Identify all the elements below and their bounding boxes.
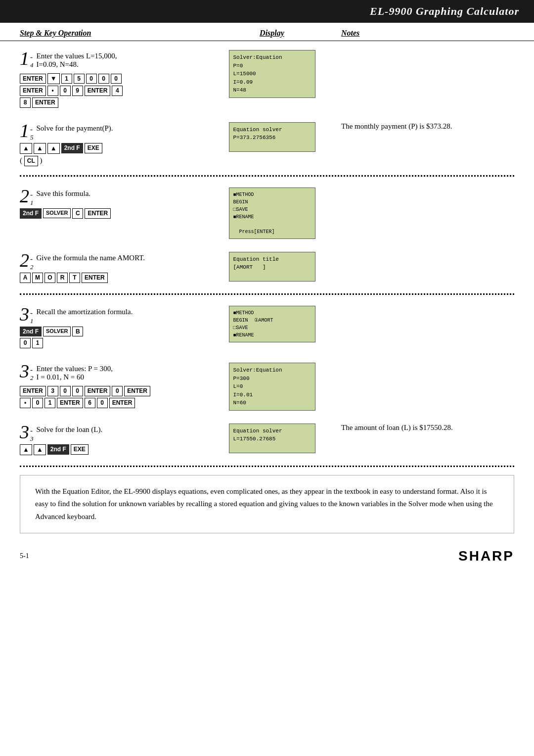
- step-1-4-display: Solver:EquationP=0L=15000I=0.09N=48: [203, 49, 341, 98]
- step-num-2-2: 2: [20, 251, 29, 270]
- step-num-1-4: 1: [20, 49, 29, 68]
- key-enter11[interactable]: ENTER: [109, 398, 135, 408]
- key-r[interactable]: R: [57, 273, 68, 283]
- step-3-2: 3 - 2 Enter the values: P = 300,I = 0.01…: [20, 354, 514, 415]
- key-m[interactable]: M: [32, 273, 43, 283]
- key-dot2[interactable]: •: [20, 398, 31, 408]
- key-t[interactable]: T: [69, 273, 80, 283]
- key-solver-1[interactable]: SOLVER: [43, 208, 71, 218]
- page-footer: 5-1 SHARP: [0, 543, 534, 569]
- key-0h[interactable]: 0: [112, 386, 123, 396]
- key-up2[interactable]: ▲: [34, 143, 46, 154]
- key-o[interactable]: O: [44, 273, 55, 283]
- separator-3: [20, 466, 514, 467]
- key-0g[interactable]: 0: [72, 386, 83, 396]
- key-enter7[interactable]: ENTER: [20, 386, 46, 396]
- key-enter6[interactable]: ENTER: [82, 273, 108, 283]
- step-3-2-keys-row2: • 0 1 ENTER 6 0 ENTER: [20, 398, 203, 408]
- lcd-3-2: Solver:EquationP=300L=0I=0.01N=60: [229, 363, 315, 411]
- step-3-1: 3 - 1 Recall the amortization formula. 2…: [20, 297, 514, 354]
- step-num-3-2: 3: [20, 362, 29, 380]
- key-enter3[interactable]: ENTER: [85, 86, 111, 96]
- step-3-2-left: 3 - 2 Enter the values: P = 300,I = 0.01…: [20, 362, 203, 410]
- step-3-1-keys-row2: 0 1: [20, 338, 203, 348]
- lcd-3-1: ■METHODBEGIN ①AMORT□SAVE■RENAME: [229, 306, 315, 342]
- key-6[interactable]: 6: [85, 398, 95, 408]
- key-b[interactable]: B: [72, 327, 83, 337]
- step-1-5-notes: The monthly payment (P) is $373.28.: [341, 121, 514, 131]
- key-exe-2[interactable]: EXE: [71, 444, 89, 455]
- key-solver-2[interactable]: SOLVER: [43, 327, 71, 336]
- col-step-header: Step & Key Operation: [20, 29, 203, 38]
- key-enter[interactable]: ENTER: [20, 74, 46, 84]
- key-a[interactable]: A: [20, 273, 31, 283]
- key-0b[interactable]: 0: [98, 74, 109, 84]
- key-2ndf-1[interactable]: 2nd F: [61, 143, 83, 153]
- key-0j[interactable]: 0: [97, 398, 108, 408]
- key-0f[interactable]: 0: [60, 386, 71, 396]
- key-8[interactable]: 8: [20, 97, 31, 108]
- key-2ndf-4[interactable]: 2nd F: [47, 444, 69, 455]
- key-9[interactable]: 9: [72, 86, 83, 96]
- step-1-4-keys-row1: ENTER ▼ 1 5 0 0 0: [20, 73, 203, 84]
- separator-2: [20, 293, 514, 295]
- key-dot[interactable]: •: [47, 86, 58, 96]
- key-down[interactable]: ▼: [47, 73, 60, 84]
- step-1-4: 1 - 4 Enter the values L=15,000,I=0.09, …: [20, 41, 514, 113]
- step-1-4-keys-row3: 8 ENTER: [20, 97, 203, 108]
- step-3-1-left: 3 - 1 Recall the amortization formula. 2…: [20, 305, 203, 350]
- key-0a[interactable]: 0: [86, 74, 97, 84]
- key-enter10[interactable]: ENTER: [57, 398, 83, 408]
- step-1-5-left: 1 - 5 Solve for the payment(P). ▲ ▲ ▲ 2n…: [20, 121, 203, 166]
- key-up4[interactable]: ▲: [20, 444, 32, 455]
- key-enter2[interactable]: ENTER: [20, 86, 46, 96]
- key-up3[interactable]: ▲: [47, 143, 60, 154]
- step-3-2-display: Solver:EquationP=300L=0I=0.01N=60: [203, 362, 341, 411]
- step-2-1-notes: [341, 187, 514, 188]
- key-2ndf-2[interactable]: 2nd F: [20, 208, 42, 219]
- key-5[interactable]: 5: [74, 74, 85, 84]
- step-3-3: 3 - 3 Solve for the loan (L). ▲ ▲ 2nd F …: [20, 415, 514, 461]
- step-3-2-keys-row1: ENTER 3 0 0 ENTER 0 ENTER: [20, 386, 203, 396]
- step-1-5: 1 - 5 Solve for the payment(P). ▲ ▲ ▲ 2n…: [20, 113, 514, 170]
- step-2-2-keys: A M O R T ENTER: [20, 273, 203, 283]
- sharp-logo: SHARP: [458, 548, 514, 564]
- step-1-4-left: 1 - 4 Enter the values L=15,000,I=0.09, …: [20, 49, 203, 109]
- key-enter5[interactable]: ENTER: [85, 208, 111, 219]
- step-2-2-notes: [341, 251, 514, 252]
- key-c[interactable]: C: [72, 208, 83, 219]
- key-up5[interactable]: ▲: [34, 444, 46, 455]
- main-content: 1 - 4 Enter the values L=15,000,I=0.09, …: [0, 41, 534, 467]
- key-cl[interactable]: CL: [24, 156, 38, 166]
- step-3-2-notes: [341, 362, 514, 363]
- key-up1[interactable]: ▲: [20, 143, 32, 154]
- key-1c[interactable]: 1: [44, 398, 55, 408]
- key-1b[interactable]: 1: [32, 338, 43, 348]
- key-0i[interactable]: 0: [32, 398, 43, 408]
- step-2-1: 2 - 1 Save this formula. 2nd F SOLVER C …: [20, 179, 514, 243]
- key-0c[interactable]: 0: [111, 74, 122, 84]
- step-3-1-keys-row1: 2nd F SOLVER B: [20, 327, 203, 337]
- key-4[interactable]: 4: [112, 86, 123, 96]
- separator-1: [20, 175, 514, 177]
- page-number: 5-1: [20, 552, 29, 560]
- key-0e[interactable]: 0: [20, 338, 31, 348]
- step-1-4-keys-row2: ENTER • 0 9 ENTER 4: [20, 86, 203, 96]
- key-enter9[interactable]: ENTER: [124, 386, 150, 396]
- key-2ndf-3[interactable]: 2nd F: [20, 327, 42, 337]
- step-3-1-text: Recall the amortization formula.: [37, 308, 133, 316]
- step-num-2-1: 2: [20, 187, 29, 205]
- lcd-3-3: Equation solverL=17550.27685: [229, 424, 315, 453]
- key-enter4[interactable]: ENTER: [32, 97, 58, 108]
- col-notes-header: Notes: [341, 29, 514, 38]
- key-exe-1[interactable]: EXE: [85, 143, 102, 153]
- step-3-3-left: 3 - 3 Solve for the loan (L). ▲ ▲ 2nd F …: [20, 423, 203, 457]
- step-3-3-display: Equation solverL=17550.27685: [203, 423, 341, 453]
- lcd-2-2: Equation title[AMORT ]: [229, 252, 315, 282]
- key-1[interactable]: 1: [61, 74, 72, 84]
- key-3[interactable]: 3: [47, 386, 58, 396]
- key-0d[interactable]: 0: [60, 86, 71, 96]
- key-enter8[interactable]: ENTER: [85, 386, 111, 396]
- step-num-3-3: 3: [20, 423, 29, 441]
- step-1-5-keys-row1: ▲ ▲ ▲ 2nd F EXE: [20, 143, 203, 154]
